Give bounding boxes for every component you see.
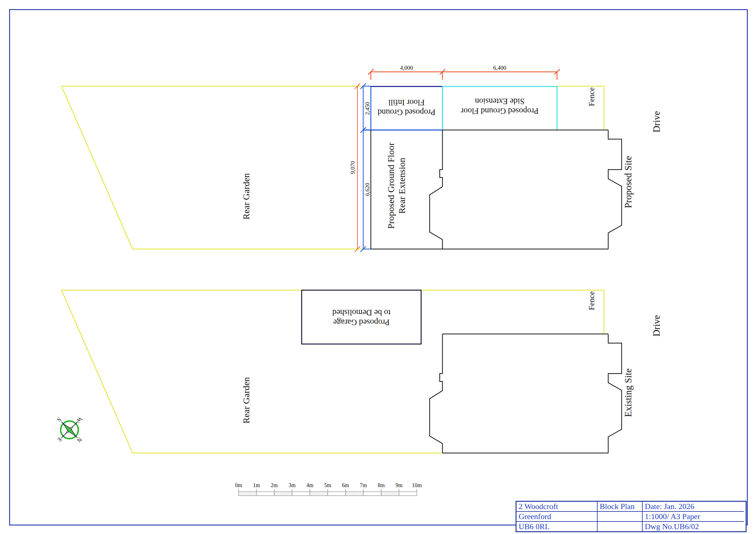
compass-s: S (56, 416, 63, 423)
dim-total-depth-label: 9,070 (349, 161, 356, 174)
dim-house-depth-label: 6,620 (364, 183, 370, 196)
scale-bar-segments (239, 492, 417, 496)
svg-text:6m: 6m (342, 482, 349, 488)
svg-text:4m: 4m (306, 482, 313, 488)
proposed-site-plan: 4,000 6,400 9,070 2,450 6,620 Rear Garde… (62, 64, 662, 252)
svg-text:Floor Infill: Floor Infill (388, 98, 424, 107)
title-address-line3: UB6 0RL (517, 522, 598, 531)
block-plan-drawing: 4,000 6,400 9,070 2,450 6,620 Rear Garde… (0, 0, 756, 534)
title-date: Date: Jan. 2026 (643, 502, 744, 512)
title-scale-paper: 1:1000/ A3 Paper (643, 512, 744, 522)
title-doc-title: Block Plan (598, 502, 643, 512)
proposed-rear-garden-label: Rear Garden (241, 173, 251, 219)
block-plan-page: { "proposed": { "rear_garden": "Rear Gar… (0, 0, 756, 534)
dim-infill-width-label: 4,000 (400, 64, 413, 71)
svg-text:10m: 10m (412, 482, 422, 488)
svg-text:9m: 9m (395, 482, 402, 488)
proposed-infill-label: Proposed Ground Floor Infill (378, 98, 435, 117)
scale-bar-labels: 0m 1m 2m 3m 4m 5m 6m 7m 8m 9m 10m (235, 482, 422, 488)
svg-text:7m: 7m (360, 482, 367, 488)
svg-text:Rear Extension: Rear Extension (397, 158, 407, 214)
existing-rear-garden-label: Rear Garden (241, 377, 251, 423)
existing-fence-label: Fence (587, 292, 596, 310)
dim-side-width-label: 6,400 (493, 64, 506, 71)
proposed-fence-label: Fence (587, 88, 596, 106)
title-address-line2: Greenford (517, 512, 598, 522)
svg-text:Side Extension: Side Extension (475, 97, 525, 106)
svg-text:Proposed Ground: Proposed Ground (378, 108, 435, 117)
dim-infill-depth-label: 2,450 (364, 102, 370, 115)
svg-text:Proposed Ground Floor: Proposed Ground Floor (386, 142, 396, 229)
title-address-line1: 2 Woodcroft (517, 502, 598, 512)
proposed-house-outline (371, 130, 622, 249)
proposed-drive-label: Drive (651, 111, 662, 133)
title-block: 2 Woodcroft Block Plan Date: Jan. 2026 G… (516, 501, 746, 532)
svg-text:8m: 8m (378, 482, 385, 488)
scale-bar-ticks (239, 489, 417, 492)
svg-text:5m: 5m (324, 482, 331, 488)
existing-site-label: Existing Site (623, 369, 634, 417)
title-dwg-no: Dwg No.UB6/02 (643, 522, 744, 531)
svg-text:3m: 3m (288, 482, 296, 488)
proposed-width-dimension-lines (368, 69, 560, 80)
svg-text:2m: 2m (271, 482, 278, 488)
proposed-rear-extension-label: Proposed Ground Floor Rear Extension (386, 142, 407, 229)
title-empty-cell-2 (598, 522, 643, 531)
svg-text:Proposed Ground Floor: Proposed Ground Floor (461, 107, 538, 116)
title-empty-cell-1 (598, 512, 643, 522)
svg-text:Proposed Garage: Proposed Garage (333, 318, 390, 327)
scale-bar: 0m 1m 2m 3m 4m 5m 6m 7m 8m 9m 10m (235, 482, 422, 496)
compass-icon: N S E W (46, 406, 94, 453)
svg-text:to be Demolished: to be Demolished (332, 308, 390, 317)
existing-house-outline (430, 334, 622, 453)
svg-text:0m: 0m (235, 482, 242, 488)
proposed-side-extension-label: Proposed Ground Floor Side Extension (461, 97, 538, 116)
svg-text:1m: 1m (253, 482, 260, 488)
proposed-site-label: Proposed Site (623, 156, 634, 208)
existing-drive-label: Drive (651, 315, 662, 337)
existing-site-plan: Proposed Garage to be Demolished Rear Ga… (62, 290, 662, 453)
